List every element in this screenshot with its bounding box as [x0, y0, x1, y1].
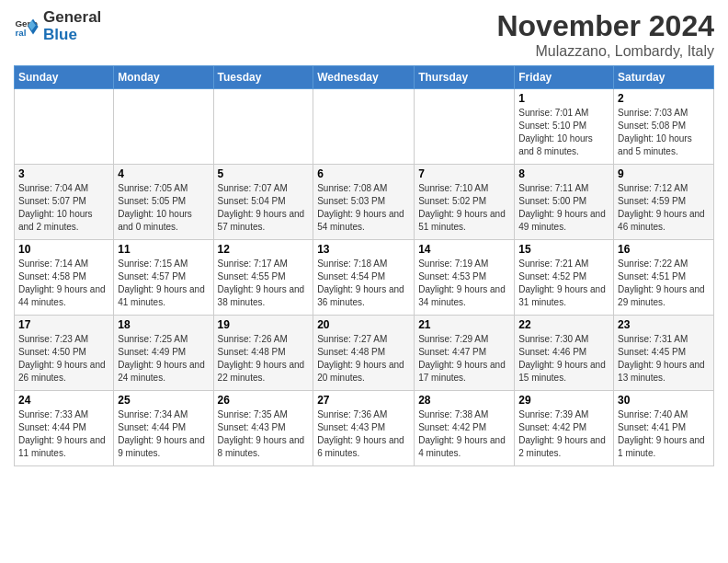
day-number: 9 — [618, 167, 710, 180]
cell-0-5: 1Sunrise: 7:01 AM Sunset: 5:10 PM Daylig… — [515, 89, 614, 165]
day-info: Sunrise: 7:15 AM Sunset: 4:57 PM Dayligh… — [118, 258, 209, 309]
day-info: Sunrise: 7:10 AM Sunset: 5:02 PM Dayligh… — [418, 182, 510, 234]
header-wednesday: Wednesday — [313, 66, 415, 89]
day-info: Sunrise: 7:14 AM Sunset: 4:58 PM Dayligh… — [18, 258, 109, 309]
day-number: 8 — [518, 167, 609, 180]
cell-2-4: 14Sunrise: 7:19 AM Sunset: 4:53 PM Dayli… — [415, 240, 515, 316]
header-thursday: Thursday — [415, 66, 515, 89]
day-info: Sunrise: 7:17 AM Sunset: 4:55 PM Dayligh… — [218, 258, 310, 309]
day-info: Sunrise: 7:08 AM Sunset: 5:03 PM Dayligh… — [317, 182, 410, 234]
header-monday: Monday — [114, 66, 213, 89]
cell-4-6: 30Sunrise: 7:40 AM Sunset: 4:41 PM Dayli… — [614, 391, 714, 466]
cell-1-3: 6Sunrise: 7:08 AM Sunset: 5:03 PM Daylig… — [313, 165, 415, 240]
week-row-3: 17Sunrise: 7:23 AM Sunset: 4:50 PM Dayli… — [15, 316, 714, 391]
day-info: Sunrise: 7:33 AM Sunset: 4:44 PM Dayligh… — [18, 408, 109, 460]
cell-0-1 — [114, 89, 213, 165]
cell-4-3: 27Sunrise: 7:36 AM Sunset: 4:43 PM Dayli… — [313, 391, 415, 466]
day-number: 2 — [618, 92, 710, 105]
header-tuesday: Tuesday — [213, 66, 313, 89]
day-info: Sunrise: 7:22 AM Sunset: 4:51 PM Dayligh… — [618, 258, 710, 309]
day-info: Sunrise: 7:21 AM Sunset: 4:52 PM Dayligh… — [518, 258, 609, 309]
day-number: 22 — [518, 318, 609, 331]
month-title: November 2024 — [496, 9, 714, 43]
day-number: 15 — [518, 243, 609, 256]
day-number: 12 — [218, 243, 310, 256]
cell-3-1: 18Sunrise: 7:25 AM Sunset: 4:49 PM Dayli… — [114, 316, 213, 391]
cell-4-1: 25Sunrise: 7:34 AM Sunset: 4:44 PM Dayli… — [114, 391, 213, 466]
header-row: Sunday Monday Tuesday Wednesday Thursday… — [15, 66, 714, 89]
calendar-header: Sunday Monday Tuesday Wednesday Thursday… — [15, 66, 714, 89]
cell-1-1: 4Sunrise: 7:05 AM Sunset: 5:05 PM Daylig… — [114, 165, 213, 240]
day-info: Sunrise: 7:35 AM Sunset: 4:43 PM Dayligh… — [218, 408, 310, 460]
day-number: 28 — [418, 394, 510, 407]
day-number: 17 — [18, 318, 109, 331]
day-info: Sunrise: 7:38 AM Sunset: 4:42 PM Dayligh… — [418, 408, 510, 460]
day-info: Sunrise: 7:25 AM Sunset: 4:49 PM Dayligh… — [118, 333, 209, 385]
logo-icon: Gene ral — [14, 14, 40, 40]
logo-line2: Blue — [43, 27, 101, 44]
day-info: Sunrise: 7:23 AM Sunset: 4:50 PM Dayligh… — [18, 333, 109, 385]
week-row-0: 1Sunrise: 7:01 AM Sunset: 5:10 PM Daylig… — [15, 89, 714, 165]
day-number: 10 — [18, 243, 109, 256]
cell-2-1: 11Sunrise: 7:15 AM Sunset: 4:57 PM Dayli… — [114, 240, 213, 316]
day-info: Sunrise: 7:30 AM Sunset: 4:46 PM Dayligh… — [518, 333, 609, 385]
logo: Gene ral General Blue — [14, 9, 101, 43]
day-info: Sunrise: 7:34 AM Sunset: 4:44 PM Dayligh… — [118, 408, 209, 460]
cell-1-4: 7Sunrise: 7:10 AM Sunset: 5:02 PM Daylig… — [415, 165, 515, 240]
cell-2-0: 10Sunrise: 7:14 AM Sunset: 4:58 PM Dayli… — [15, 240, 114, 316]
cell-0-0 — [15, 89, 114, 165]
day-info: Sunrise: 7:11 AM Sunset: 5:00 PM Dayligh… — [518, 182, 609, 234]
header-saturday: Saturday — [614, 66, 714, 89]
cell-2-2: 12Sunrise: 7:17 AM Sunset: 4:55 PM Dayli… — [213, 240, 313, 316]
title-block: November 2024 Mulazzano, Lombardy, Italy — [496, 9, 714, 60]
day-number: 23 — [618, 318, 710, 331]
cell-4-0: 24Sunrise: 7:33 AM Sunset: 4:44 PM Dayli… — [15, 391, 114, 466]
cell-2-6: 16Sunrise: 7:22 AM Sunset: 4:51 PM Dayli… — [614, 240, 714, 316]
day-number: 19 — [218, 318, 310, 331]
page-container: Gene ral General Blue November 2024 Mula… — [0, 0, 728, 476]
day-number: 27 — [317, 394, 410, 407]
day-number: 4 — [118, 167, 209, 180]
day-info: Sunrise: 7:40 AM Sunset: 4:41 PM Dayligh… — [618, 408, 710, 460]
cell-1-5: 8Sunrise: 7:11 AM Sunset: 5:00 PM Daylig… — [515, 165, 614, 240]
header: Gene ral General Blue November 2024 Mula… — [14, 9, 714, 60]
calendar-body: 1Sunrise: 7:01 AM Sunset: 5:10 PM Daylig… — [15, 89, 714, 466]
cell-4-4: 28Sunrise: 7:38 AM Sunset: 4:42 PM Dayli… — [415, 391, 515, 466]
day-number: 20 — [317, 318, 410, 331]
day-info: Sunrise: 7:19 AM Sunset: 4:53 PM Dayligh… — [418, 258, 510, 309]
cell-3-3: 20Sunrise: 7:27 AM Sunset: 4:48 PM Dayli… — [313, 316, 415, 391]
day-number: 29 — [518, 394, 609, 407]
day-info: Sunrise: 7:05 AM Sunset: 5:05 PM Dayligh… — [118, 182, 209, 234]
day-info: Sunrise: 7:04 AM Sunset: 5:07 PM Dayligh… — [18, 182, 109, 234]
day-info: Sunrise: 7:31 AM Sunset: 4:45 PM Dayligh… — [618, 333, 710, 385]
day-number: 24 — [18, 394, 109, 407]
day-info: Sunrise: 7:29 AM Sunset: 4:47 PM Dayligh… — [418, 333, 510, 385]
day-info: Sunrise: 7:12 AM Sunset: 4:59 PM Dayligh… — [618, 182, 710, 234]
cell-1-0: 3Sunrise: 7:04 AM Sunset: 5:07 PM Daylig… — [15, 165, 114, 240]
day-info: Sunrise: 7:26 AM Sunset: 4:48 PM Dayligh… — [218, 333, 310, 385]
week-row-4: 24Sunrise: 7:33 AM Sunset: 4:44 PM Dayli… — [15, 391, 714, 466]
day-number: 21 — [418, 318, 510, 331]
calendar-table: Sunday Monday Tuesday Wednesday Thursday… — [14, 65, 714, 466]
day-number: 6 — [317, 167, 410, 180]
day-info: Sunrise: 7:36 AM Sunset: 4:43 PM Dayligh… — [317, 408, 410, 460]
header-friday: Friday — [515, 66, 614, 89]
day-number: 16 — [618, 243, 710, 256]
cell-3-4: 21Sunrise: 7:29 AM Sunset: 4:47 PM Dayli… — [415, 316, 515, 391]
header-sunday: Sunday — [15, 66, 114, 89]
day-number: 1 — [518, 92, 609, 105]
cell-4-2: 26Sunrise: 7:35 AM Sunset: 4:43 PM Dayli… — [213, 391, 313, 466]
day-info: Sunrise: 7:01 AM Sunset: 5:10 PM Dayligh… — [518, 107, 609, 158]
cell-1-2: 5Sunrise: 7:07 AM Sunset: 5:04 PM Daylig… — [213, 165, 313, 240]
cell-2-5: 15Sunrise: 7:21 AM Sunset: 4:52 PM Dayli… — [515, 240, 614, 316]
svg-text:ral: ral — [15, 27, 26, 37]
week-row-2: 10Sunrise: 7:14 AM Sunset: 4:58 PM Dayli… — [15, 240, 714, 316]
day-info: Sunrise: 7:07 AM Sunset: 5:04 PM Dayligh… — [218, 182, 310, 234]
week-row-1: 3Sunrise: 7:04 AM Sunset: 5:07 PM Daylig… — [15, 165, 714, 240]
day-number: 26 — [218, 394, 310, 407]
day-number: 14 — [418, 243, 510, 256]
cell-1-6: 9Sunrise: 7:12 AM Sunset: 4:59 PM Daylig… — [614, 165, 714, 240]
day-info: Sunrise: 7:39 AM Sunset: 4:42 PM Dayligh… — [518, 408, 609, 460]
cell-3-5: 22Sunrise: 7:30 AM Sunset: 4:46 PM Dayli… — [515, 316, 614, 391]
cell-0-4 — [415, 89, 515, 165]
